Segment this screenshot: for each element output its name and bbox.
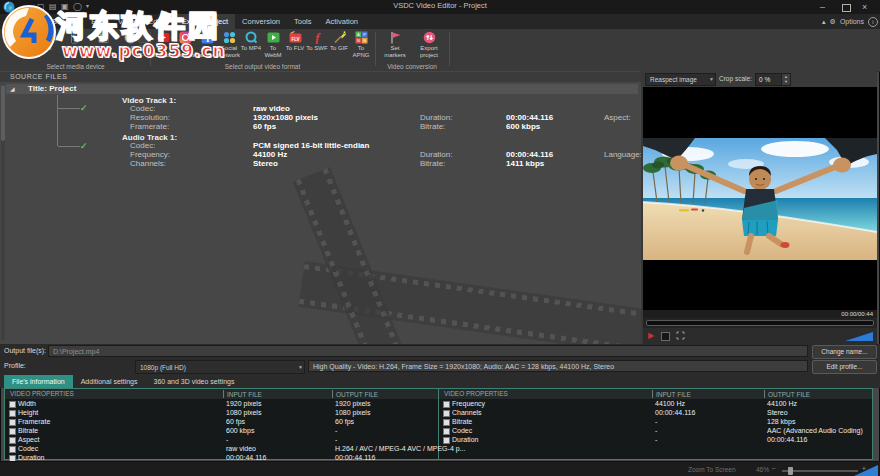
ribbon-item-to-mp4[interactable]: To MP4: [240, 31, 262, 52]
property-checkbox[interactable]: [443, 410, 450, 417]
ribbon-item-to-webm[interactable]: To WebM: [262, 31, 284, 58]
property-checkbox[interactable]: [443, 437, 450, 444]
ribbon-item-set-markers[interactable]: Set markers: [379, 31, 411, 58]
menu-tab-activation[interactable]: Activation: [319, 14, 366, 29]
swf-flash-icon: f: [311, 31, 324, 44]
webm-icon: [267, 31, 280, 44]
table-row[interactable]: Bitrate-128 kbps: [439, 417, 872, 426]
menu-tab-edit[interactable]: Edit: [84, 14, 111, 29]
vsdc-window: ▢ ▤ ▣ ◯ ▾ VSDC Video Editor - Project – …: [0, 0, 880, 476]
ribbon-separator: [375, 32, 376, 66]
bottom-tabs: File's information Additional settings 3…: [4, 375, 242, 388]
crop-scale-input[interactable]: 0 %: [755, 73, 784, 86]
svg-text:f: f: [315, 31, 321, 44]
ribbon-item-social-network[interactable]: Social Network: [218, 31, 240, 58]
output-file-input[interactable]: D:\Project.mp4: [48, 345, 808, 357]
menu-tab-tools[interactable]: Tools: [287, 14, 319, 29]
video-properties-table: VIDEO PROPERTIES INPUT FILE OUTPUT FILE …: [5, 389, 439, 459]
stop-button[interactable]: [661, 332, 670, 341]
ipad-icon: [97, 31, 110, 44]
ribbon-item-for-youtube[interactable]: For YouTube: [152, 31, 174, 58]
instagram-icon: [179, 31, 192, 44]
property-checkbox[interactable]: [9, 410, 16, 417]
spin-down-icon[interactable]: ▼: [782, 79, 790, 84]
minimize-button[interactable]: –: [820, 1, 825, 13]
change-name-button[interactable]: Change name...: [812, 345, 877, 359]
menu-tab-view[interactable]: View: [111, 14, 141, 29]
table-row[interactable]: Height1080 pixels1080 pixels: [5, 408, 438, 417]
ribbon-item-pc[interactable]: PC: [2, 31, 30, 52]
tree-expander-icon[interactable]: ◢: [10, 84, 15, 94]
table-row[interactable]: Aspect--: [5, 435, 438, 444]
property-checkbox[interactable]: [9, 437, 16, 444]
options-button[interactable]: Options: [840, 18, 864, 25]
ribbon-item-for-facebook[interactable]: f For Facebook: [196, 31, 218, 58]
profile-description-field[interactable]: High Quality - Video: H.264, Frame Size …: [308, 360, 808, 372]
audio-channels-row: Channels: Stereo Bitrate: 1411 kbps: [0, 159, 641, 168]
table-row[interactable]: Bitrate600 kbps-: [5, 426, 438, 435]
menu-tab-conversion[interactable]: Conversion: [235, 14, 287, 29]
property-checkbox[interactable]: [9, 428, 16, 435]
property-checkbox[interactable]: [9, 419, 16, 426]
menu-tab-editor[interactable]: Editor: [141, 14, 175, 29]
property-checkbox[interactable]: [9, 401, 16, 408]
ribbon-item-for-instagram[interactable]: For Instagram: [174, 31, 196, 58]
ribbon-item-export-project[interactable]: Export project: [413, 31, 445, 58]
menu-tab-export-project[interactable]: Export project: [175, 14, 235, 29]
ribbon-item-to-swf[interactable]: f To SWF: [306, 31, 328, 52]
seek-row: [643, 318, 877, 328]
tab-360-3d-settings[interactable]: 360 and 3D video settings: [146, 375, 243, 388]
zoom-out-icon[interactable]: −: [772, 465, 776, 472]
table-row[interactable]: Duration00:00:44.11600:00:44.116: [5, 453, 438, 459]
preview-timecode: 00:00/00:44: [643, 310, 877, 318]
seek-bar[interactable]: [646, 320, 874, 326]
tree-root-project[interactable]: ◢ Title: Project: [6, 84, 638, 94]
reaspect-dropdown[interactable]: Reaspect image ▼: [645, 73, 716, 86]
table-row[interactable]: Frequency44100 Hz44100 Hz: [439, 399, 872, 408]
tab-additional-settings[interactable]: Additional settings: [73, 375, 146, 388]
ribbon-item-to-apng[interactable]: AP NG To APNG: [350, 31, 372, 58]
fullscreen-icon[interactable]: [676, 331, 685, 340]
close-button[interactable]: ×: [862, 1, 867, 13]
profile-preset-dropdown[interactable]: 1080p (Full HD) ▼: [135, 360, 305, 374]
gear-icon[interactable]: ⚙: [830, 18, 836, 26]
preview-panel: Reaspect image ▼ Crop scale: 0 % ▲ ▼: [643, 71, 877, 344]
preview-toolbar: Reaspect image ▼ Crop scale: 0 % ▲ ▼: [643, 71, 877, 88]
media-device-more-buttons[interactable]: [138, 32, 149, 58]
zoom-slider-thumb[interactable]: [788, 467, 793, 475]
ribbon-item-iphone[interactable]: iPhone: [60, 31, 88, 52]
menu-tab-scenes[interactable]: Scenes: [45, 14, 84, 29]
preview-frame-image: [643, 138, 877, 260]
gif-brush-icon: [333, 31, 346, 44]
ribbon-item-to-gif[interactable]: To GIF: [328, 31, 350, 52]
property-checkbox[interactable]: [443, 428, 450, 435]
pin-ribbon-icon[interactable]: ▴: [822, 18, 826, 26]
ribbon-item-to-flv[interactable]: FLV To FLV: [284, 31, 306, 52]
maximize-button[interactable]: [842, 4, 851, 12]
ribbon-group-output-format: For YouTube For Instagram f For: [152, 29, 373, 71]
output-section: Output file(s): D:\Project.mp4 Change na…: [0, 344, 880, 388]
crop-scale-stepper[interactable]: ▲ ▼: [781, 73, 791, 86]
table-row[interactable]: Duration-00:00:44.116: [439, 435, 872, 444]
table-row[interactable]: Codec-AAC (Advanced Audio Coding): [439, 426, 872, 435]
edit-profile-button[interactable]: Edit profile...: [812, 360, 877, 374]
play-button[interactable]: ▶: [648, 331, 654, 340]
info-icon[interactable]: i: [868, 17, 878, 27]
tab-files-information[interactable]: File's information: [4, 375, 73, 388]
output-file-label: Output file(s):: [4, 347, 46, 354]
ribbon-item-web[interactable]: Web: [31, 31, 59, 52]
table-row[interactable]: Framerate60 fps60 fps: [5, 417, 438, 426]
ribbon-item-ipad[interactable]: iPad: [89, 31, 117, 52]
table-row[interactable]: Width1920 pixels1920 pixels: [5, 399, 438, 408]
property-checkbox[interactable]: [443, 401, 450, 408]
menu-tab-projects[interactable]: Projects: [4, 14, 45, 29]
property-checkbox[interactable]: [443, 419, 450, 426]
volume-icon[interactable]: [845, 332, 873, 341]
svg-text:G: G: [363, 38, 366, 43]
table-row[interactable]: Codecraw videoH.264 / AVC / MPEG-4 AVC /…: [5, 444, 438, 453]
table-row[interactable]: Channels00:00:44.116Stereo: [439, 408, 872, 417]
ribbon-group-label: Select output video format: [152, 63, 373, 70]
property-checkbox[interactable]: [9, 446, 16, 453]
zoom-slider[interactable]: [782, 470, 858, 472]
zoom-to-screen-label[interactable]: Zoom To Screen: [688, 466, 736, 473]
